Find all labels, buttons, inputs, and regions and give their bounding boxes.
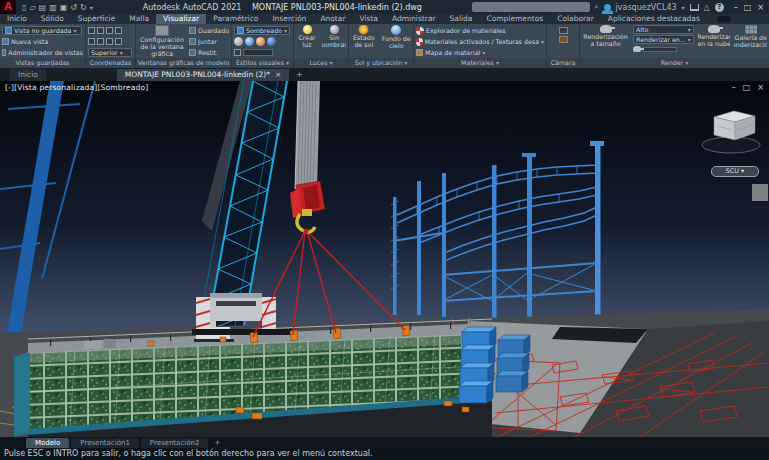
panel-title[interactable]: Estilos visuales ▾ [232, 58, 293, 68]
visual-style-dropdown[interactable]: Sombreado▾ [234, 26, 290, 35]
material-map-dropdown[interactable]: Mapa de material▾ [416, 47, 544, 58]
materials-toggle-dropdown[interactable]: Materiales activados / Texturas desactiv… [416, 36, 544, 47]
visual-style-control[interactable]: [Sombreado] [97, 83, 148, 92]
shadows-button[interactable]: Sin sombras [322, 25, 346, 58]
view-manager-button[interactable]: Administrador de vistas [2, 47, 83, 58]
tab-parametrico[interactable]: Paramétrico [206, 14, 265, 24]
signed-in-user[interactable]: jvasquezVCL43 [616, 3, 677, 12]
ucs-orientation-dropdown[interactable]: Superior▾ [88, 48, 132, 57]
redo-icon[interactable]: ↻ [80, 3, 87, 12]
minimize-button[interactable]: – [734, 3, 738, 12]
vp-restore-button[interactable]: □ [743, 83, 751, 92]
tab-visualizar[interactable]: Visualizar [156, 14, 206, 24]
panel-title[interactable]: Luces ▾ [294, 58, 348, 68]
search-input[interactable] [475, 3, 587, 11]
tab-superficie[interactable]: Superficie [71, 14, 123, 24]
visual-style-field[interactable] [243, 49, 273, 56]
tab-salida[interactable]: Salida [443, 14, 480, 24]
current-view-dropdown[interactable]: Vista no guardada▾ [2, 26, 82, 35]
open-file-icon[interactable]: ▱ [29, 3, 35, 12]
ucs-icon[interactable] [88, 27, 95, 34]
viewport-join-button[interactable]: Juntar [189, 36, 229, 47]
vp-minimize-button[interactable]: – [732, 83, 736, 92]
tab-colaborar[interactable]: Colaborar [550, 14, 601, 24]
ucs-face-icon[interactable] [115, 27, 122, 34]
restore-viewport-icon [189, 49, 196, 56]
panel-title[interactable]: Cámara [547, 58, 579, 68]
panel-title[interactable]: Vistas guardadas [0, 58, 85, 68]
visual-style-conceptual-icon[interactable] [267, 37, 276, 46]
drawing-viewport[interactable]: [-][Vista personalizada][Sombreado] – □ … [0, 81, 769, 437]
close-button[interactable]: × [757, 3, 764, 12]
panel-title[interactable]: Sol y ubicación ▾ [349, 58, 413, 68]
help-icon[interactable]: ? [715, 3, 724, 12]
panel-title[interactable]: Render ▾ [580, 58, 769, 68]
viewport-config-button[interactable]: Configuración de la ventana gráfica [138, 25, 186, 58]
sun-status-button[interactable]: Estado de sol [351, 25, 377, 58]
save-icon[interactable]: ▤ [39, 3, 47, 12]
tab-vista[interactable]: Vista [352, 14, 385, 24]
file-tab-document[interactable]: MONTAJE PNL003-PNL004-linkedin (2)*× [117, 69, 289, 81]
tab-presentacion1[interactable]: Presentación1 [71, 438, 139, 448]
ucs-object-icon[interactable] [106, 27, 113, 34]
render-quality-dropdown[interactable]: Alto▾ [633, 25, 694, 34]
new-file-icon[interactable]: ▯ [22, 3, 26, 12]
tab-anotar[interactable]: Anotar [313, 14, 352, 24]
material-browser-button[interactable]: Explorador de materiales [416, 25, 544, 36]
vp-close-button[interactable]: × [757, 83, 764, 92]
undo-icon[interactable]: ↺ [70, 3, 77, 12]
viewcube-ucs-menu[interactable]: SCU ▾ [711, 166, 759, 177]
visual-style-shaded-icon[interactable] [245, 37, 254, 46]
tab-malla[interactable]: Malla [122, 14, 156, 24]
alert-triangle-icon[interactable]: △ [704, 3, 710, 12]
viewport-canvas[interactable] [0, 81, 769, 437]
viewcube[interactable] [700, 99, 764, 163]
ribbon-collapse-icon[interactable] [717, 16, 731, 22]
tab-aplicaciones-destacadas[interactable]: Aplicaciones destacadas [601, 14, 707, 24]
viewport-menu-control[interactable]: [-] [5, 83, 14, 92]
app-store-cart-icon[interactable] [690, 4, 699, 11]
file-tab-inicio[interactable]: Inicio [10, 69, 46, 81]
tab-inicio[interactable]: Inicio [0, 14, 34, 24]
render-to-size-button[interactable]: Renderización a tamaño [582, 25, 629, 58]
tab-solido[interactable]: Sólido [34, 14, 71, 24]
render-target-dropdown[interactable]: Renderizar en...▾ [633, 35, 694, 44]
render-gallery-button[interactable]: Galería de renderización [734, 25, 767, 58]
panel-title[interactable]: Materiales ▾ [414, 58, 546, 68]
visual-style-realistic-icon[interactable] [256, 37, 265, 46]
face-settings-icon[interactable] [234, 49, 241, 56]
visual-style-2d-icon[interactable] [234, 37, 243, 46]
new-drawing-tab-button[interactable]: + [290, 69, 308, 81]
tab-modelo[interactable]: Modelo [26, 438, 69, 448]
new-view-button[interactable]: Nueva vista [2, 36, 83, 47]
ucs-z-icon[interactable] [106, 38, 113, 45]
panel-title[interactable]: Ventanas gráficas de modelo [136, 58, 231, 68]
close-tab-icon[interactable]: × [275, 70, 281, 79]
tab-complementos[interactable]: Complementos [479, 14, 550, 24]
search-icon[interactable]: ⌕ [594, 2, 598, 12]
view-control[interactable]: [Vista personalizada] [14, 83, 97, 92]
panel-coordenadas: Superior▾ Coordenadas [86, 24, 136, 68]
ucs-y-icon[interactable] [97, 38, 104, 45]
restore-button[interactable]: □ [744, 3, 752, 12]
create-camera-icon[interactable] [559, 27, 568, 34]
user-menu-caret-icon[interactable]: ▾ [682, 4, 685, 11]
new-layout-button[interactable]: + [214, 439, 220, 447]
tab-administrar[interactable]: Administrar [385, 14, 443, 24]
ucs-world-icon[interactable] [97, 27, 104, 34]
autocad-logo-icon[interactable]: A [0, 0, 16, 14]
panel-title[interactable]: Coordenadas [86, 58, 135, 68]
create-light-button[interactable]: Crear luz [296, 25, 318, 58]
viewport-saved-button[interactable]: Guardado [189, 25, 229, 36]
sky-background-button[interactable]: Fondo de cielo [382, 25, 411, 58]
render-in-cloud-button[interactable]: Renderizar en la nube [698, 25, 731, 58]
save-as-icon[interactable]: ▥ [49, 3, 57, 12]
ucs-x-icon[interactable] [88, 38, 95, 45]
plot-icon[interactable]: ▣ [60, 3, 68, 12]
tab-insercion[interactable]: Inserción [265, 14, 313, 24]
viewport-restore-button[interactable]: Restit. [189, 47, 229, 58]
tab-presentacion2[interactable]: Presentación2 [141, 438, 209, 448]
ucs-named-icon[interactable] [115, 38, 122, 45]
show-cameras-icon[interactable] [559, 36, 568, 43]
help-search-box[interactable] [472, 2, 590, 12]
